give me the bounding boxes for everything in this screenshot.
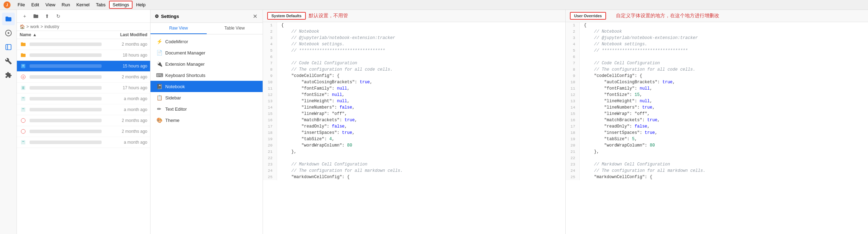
menu-item-extension[interactable]: 🔌 Extension Manager (150, 58, 263, 70)
header-name[interactable]: Name ▲ (20, 32, 102, 37)
line-number: 4 (263, 41, 277, 47)
menu-settings[interactable]: Settings (109, 1, 133, 9)
line-content: "autoClosingBrackets": true, (277, 79, 565, 85)
data-icon (20, 106, 27, 113)
file-item[interactable]: 2 months ago (17, 39, 150, 50)
menu-item-keyboard[interactable]: ⌨ Keyboard Shortcuts (150, 70, 263, 81)
line-number: 18 (566, 130, 580, 136)
code-line: 11 "fontFamily": null, (263, 85, 565, 92)
code-line: 6 (566, 54, 868, 60)
user-overrides-content[interactable]: 1{2 // Notebook3 // @jupyterlab/notebook… (566, 22, 868, 234)
file-item[interactable]: a month ago (17, 104, 150, 115)
breadcrumb: 🏠 > work > industry (17, 23, 150, 31)
line-number: 2 (263, 28, 277, 35)
file-modified: 17 hours ago (102, 85, 147, 90)
line-number: 1 (263, 22, 277, 28)
line-number: 13 (566, 98, 580, 104)
sidebar-notebook-btn[interactable] (2, 41, 15, 53)
file-item[interactable]: ⚙ 2 months ago (17, 72, 150, 83)
system-defaults-label: System Defaults (267, 12, 306, 20)
line-content: "markdownCellConfig": { (277, 174, 565, 180)
folder-icon (20, 52, 27, 59)
breadcrumb-industry[interactable]: industry (44, 24, 59, 29)
file-item[interactable]: 17 hours ago (17, 83, 150, 93)
code-line: 18 "insertSpaces": true, (263, 130, 565, 136)
new-folder-btn[interactable] (31, 11, 41, 21)
menu-edit[interactable]: Edit (28, 1, 42, 8)
line-content: "codeCellConfig": { (277, 73, 565, 79)
line-content: // Code Cell Configuration (580, 60, 868, 66)
menu-item-codemirror[interactable]: ⚡ CodeMirror (150, 36, 263, 47)
svg-rect-17 (21, 108, 25, 112)
svg-point-19 (21, 118, 25, 123)
sidebar-extensions-btn[interactable] (2, 69, 15, 82)
code-line: 7 // Code Cell Configuration (566, 60, 868, 66)
new-file-btn[interactable]: + (20, 11, 30, 21)
code-line: 14 "lineNumbers": true, (566, 104, 868, 111)
line-content: // @jupyterlab/notebook-extension:tracke… (580, 35, 868, 41)
code-line: 8 // The configuration for all code cell… (263, 66, 565, 73)
menu-view[interactable]: View (43, 1, 58, 8)
line-content: // ********************************** (277, 47, 565, 54)
code-line: 6 (263, 54, 565, 60)
line-number: 23 (566, 161, 580, 168)
menu-item-docmanager[interactable]: 📄 Document Manager (150, 47, 263, 58)
system-defaults-content[interactable]: 1{2 // Notebook3 // @jupyterlab/notebook… (263, 22, 565, 234)
menu-help[interactable]: Help (133, 1, 148, 8)
code-line: 2 // Notebook (566, 28, 868, 35)
line-number: 16 (566, 117, 580, 123)
file-name (30, 75, 102, 79)
code-line: 5 // ********************************** (263, 47, 565, 54)
menu-item-theme[interactable]: 🎨 Theme (150, 115, 263, 126)
menu-file[interactable]: File (15, 1, 28, 8)
code-line: 1{ (263, 22, 565, 28)
refresh-btn[interactable]: ↻ (53, 11, 63, 21)
sort-icon: ▲ (33, 32, 37, 37)
svg-text:⚙: ⚙ (22, 76, 24, 78)
upload-btn[interactable]: ⬆ (42, 11, 52, 21)
file-list: 2 months ago 18 hours ago 15 hours (17, 39, 150, 234)
code-line: 19 "tabSize": 4, (263, 136, 565, 142)
menu-run[interactable]: Run (59, 1, 73, 8)
breadcrumb-home[interactable]: 🏠 (20, 24, 25, 29)
line-number: 12 (263, 92, 277, 98)
file-modified: 2 months ago (102, 74, 147, 79)
code-line: 1{ (566, 22, 868, 28)
file-item[interactable]: 2 months ago (17, 115, 150, 126)
line-number: 5 (263, 47, 277, 54)
menu-item-texteditor[interactable]: ✏ Text Editor (150, 103, 263, 115)
tab-raw-view[interactable]: Raw View (150, 23, 207, 34)
file-item[interactable]: a month ago (17, 137, 150, 148)
svg-point-20 (21, 129, 25, 134)
line-number: 15 (566, 111, 580, 117)
line-number: 17 (263, 123, 277, 130)
settings-close-btn[interactable]: ✕ (251, 13, 258, 20)
file-item[interactable]: a month ago (17, 93, 150, 104)
tab-table-view[interactable]: Table View (207, 23, 263, 34)
file-item[interactable]: 18 hours ago (17, 50, 150, 61)
file-item-selected[interactable]: 15 hours ago (17, 61, 150, 72)
line-number: 3 (566, 35, 580, 41)
breadcrumb-work[interactable]: work (30, 24, 39, 29)
line-content: // @jupyterlab/notebook-extension:tracke… (277, 35, 565, 41)
sidebar-tools-btn[interactable] (2, 55, 15, 67)
line-content: { (580, 22, 868, 28)
file-name (30, 43, 102, 46)
code-line: 15 "lineWrap": "off", (263, 111, 565, 117)
menu-item-sidebar[interactable]: 📋 Sidebar (150, 92, 263, 103)
menu-item-notebook[interactable]: 📓 Notebook (150, 81, 263, 92)
sidebar-files-btn[interactable] (2, 13, 15, 25)
file-item[interactable]: 2 months ago (17, 126, 150, 137)
line-number: 2 (566, 28, 580, 35)
menu-kernel[interactable]: Kernel (73, 1, 92, 8)
line-content: "matchBrackets": true, (580, 117, 868, 123)
system-defaults-note: 默认设置，不用管 (309, 13, 348, 19)
line-number: 22 (263, 155, 277, 161)
sidebar-run-btn[interactable] (2, 27, 15, 39)
line-content: // Notebook settings. (277, 41, 565, 47)
code-line: 25 "markdownCellConfig": { (263, 174, 565, 180)
line-number: 18 (263, 130, 277, 136)
line-content: // The configuration for all markdown ce… (277, 168, 565, 174)
menu-tabs[interactable]: Tabs (93, 1, 108, 8)
line-number: 24 (566, 168, 580, 174)
